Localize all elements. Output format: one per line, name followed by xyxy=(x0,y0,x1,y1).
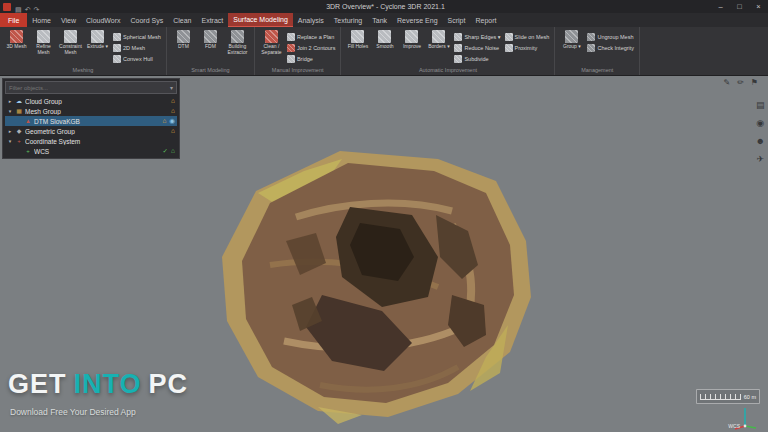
ribbon-button-clean-separate[interactable]: Clean / Separate xyxy=(258,29,285,56)
eye-icon[interactable]: ◉ xyxy=(169,118,175,125)
ribbon-button-reduce-noise[interactable]: Reduce Noise xyxy=(454,42,500,53)
tree-item-coordinate-system[interactable]: ▾+Coordinate System xyxy=(5,136,177,146)
tab-coord-sys[interactable]: Coord Sys xyxy=(126,13,169,27)
ribbon-group-label: Automatic Improvement xyxy=(341,66,554,75)
ribbon-button-fdm[interactable]: FDM xyxy=(197,29,224,50)
subdivide-icon xyxy=(454,55,462,63)
convex-hull-icon xyxy=(113,55,121,63)
ribbon-group-label: Manual Improvement xyxy=(255,66,341,75)
join-contours-icon xyxy=(287,44,295,52)
ribbon-button-extrude[interactable]: Extrude ▾ xyxy=(84,29,111,50)
tag-icon[interactable]: ⚑ xyxy=(751,79,758,87)
expander-icon[interactable]: ▾ xyxy=(7,138,13,144)
ungroup-mesh-icon xyxy=(587,33,595,41)
tab-cloudworx[interactable]: CloudWorx xyxy=(81,13,126,27)
ribbon-button-convex-hull[interactable]: Convex Hull xyxy=(113,53,161,64)
tree-item-mesh-group[interactable]: ▾▦Mesh Group⌂ xyxy=(5,106,177,116)
ribbon-button-check-integrity[interactable]: Check Integrity xyxy=(587,42,634,53)
annotation-toolbar: ✎✏⚑ xyxy=(723,79,758,87)
tree-item-cloud-group[interactable]: ▸☁Cloud Group⌂ xyxy=(5,96,177,106)
layers-icon[interactable]: ▤ xyxy=(756,101,765,110)
app-window: ▤↶↷ 3DR Overview* - Cyclone 3DR 2021.1 –… xyxy=(0,0,768,432)
maximize-button[interactable]: □ xyxy=(730,0,749,13)
ribbon-button-building-extractor[interactable]: Building Extractor xyxy=(224,29,251,56)
home-green-icon[interactable]: ⌂ xyxy=(171,148,175,155)
eye-icon[interactable]: ◉ xyxy=(756,119,764,128)
expander-icon[interactable]: ▾ xyxy=(7,108,13,114)
ribbon-button-borders[interactable]: Borders ▾ xyxy=(425,29,452,50)
tree-item-label: Geometric Group xyxy=(25,128,168,135)
ribbon-button-improve[interactable]: Improve xyxy=(398,29,425,50)
ribbon-group-automatic-improvement: Fill HolesSmoothImproveBorders ▾Sharp Ed… xyxy=(341,27,555,75)
home-icon[interactable]: ⌂ xyxy=(171,128,175,135)
tab-texturing[interactable]: Texturing xyxy=(329,13,367,27)
tab-tank[interactable]: Tank xyxy=(367,13,392,27)
sharp-edges-icon xyxy=(454,33,462,41)
tab-surface-modeling[interactable]: Surface Modeling xyxy=(228,13,292,27)
filter-objects-input[interactable] xyxy=(9,85,170,91)
quarry-mesh[interactable] xyxy=(200,145,570,432)
user-icon[interactable]: ☻ xyxy=(756,137,765,146)
tree-item-label: DTM SlovaKGB xyxy=(34,118,159,125)
ribbon-button-fill-holes[interactable]: Fill Holes xyxy=(344,29,371,50)
scale-label: 60 m xyxy=(744,394,756,400)
edit-icon[interactable]: ✏ xyxy=(737,79,744,87)
2d-mesh-icon xyxy=(113,44,121,52)
scale-widget: 60 m xyxy=(696,389,760,404)
close-button[interactable]: × xyxy=(749,0,768,13)
ribbon-button-constraint-mesh[interactable]: Constraint Mesh xyxy=(57,29,84,56)
ribbon-button-bridge[interactable]: Bridge xyxy=(287,53,336,64)
home-icon[interactable]: ⌂ xyxy=(171,98,175,105)
save-icon[interactable]: ▤ xyxy=(15,6,22,13)
tree-item-label: Mesh Group xyxy=(25,108,168,115)
tab-reverse-eng[interactable]: Reverse Eng xyxy=(392,13,442,27)
home-icon[interactable]: ⌂ xyxy=(171,108,175,115)
redo-icon[interactable]: ↷ xyxy=(34,6,40,13)
ribbon-button-ungroup-mesh[interactable]: Ungroup Mesh xyxy=(587,31,634,42)
tab-analysis[interactable]: Analysis xyxy=(293,13,329,27)
ribbon-button-smooth[interactable]: Smooth xyxy=(371,29,398,50)
ribbon-button-replace-a-plan[interactable]: Replace a Plan xyxy=(287,31,336,42)
tab-report[interactable]: Report xyxy=(470,13,501,27)
ribbon-button-dtm[interactable]: DTM xyxy=(170,29,197,50)
ribbon-button-sharp-edges[interactable]: Sharp Edges ▾ xyxy=(454,31,500,42)
fill-holes-icon xyxy=(351,30,364,43)
ribbon-button-proximity[interactable]: Proximity xyxy=(505,42,550,53)
tab-file[interactable]: File xyxy=(0,13,27,27)
ribbon-button-slide-on-mesh[interactable]: Slide on Mesh xyxy=(505,31,550,42)
check-icon[interactable]: ✓ xyxy=(163,148,168,155)
undo-icon[interactable]: ↶ xyxy=(25,6,31,13)
send-icon[interactable]: ✈ xyxy=(756,155,764,164)
ribbon-button-2d-mesh[interactable]: 2D Mesh xyxy=(113,42,161,53)
wcs-icon: + xyxy=(24,148,32,154)
ribbon-button-subdivide[interactable]: Subdivide xyxy=(454,53,500,64)
bridge-icon xyxy=(287,55,295,63)
expander-icon[interactable]: ▸ xyxy=(7,98,13,104)
tab-clean[interactable]: Clean xyxy=(168,13,196,27)
tab-view[interactable]: View xyxy=(56,13,81,27)
minimize-button[interactable]: – xyxy=(711,0,730,13)
tree-item-dtm-slovakgb[interactable]: ▲DTM SlovaKGB⌂◉ xyxy=(5,116,177,126)
ribbon-button-spherical-mesh[interactable]: Spherical Mesh xyxy=(113,31,161,42)
ribbon-button-join-2-contours[interactable]: Join 2 Contours xyxy=(287,42,336,53)
tree-item-geometric-group[interactable]: ▸◆Geometric Group⌂ xyxy=(5,126,177,136)
tab-home[interactable]: Home xyxy=(27,13,56,27)
tree-item-label: Coordinate System xyxy=(25,138,175,145)
check-integrity-icon xyxy=(587,44,595,52)
filter-dropdown-icon[interactable]: ▾ xyxy=(170,84,173,91)
home-icon[interactable]: ⌂ xyxy=(162,118,166,125)
attach-icon[interactable]: ✎ xyxy=(723,79,730,87)
object-tree-panel: ▾ ▸☁Cloud Group⌂▾▦Mesh Group⌂▲DTM SlovaK… xyxy=(2,78,180,159)
ribbon-button-group[interactable]: Group ▾ xyxy=(558,29,585,50)
ribbon-group-meshing: 3D MeshRefine MeshConstraint MeshExtrude… xyxy=(0,27,167,75)
tree-item-label: Cloud Group xyxy=(25,98,168,105)
ribbon-button-refine-mesh[interactable]: Refine Mesh xyxy=(30,29,57,56)
building-extractor-icon xyxy=(231,30,244,43)
ribbon-button-3d-mesh[interactable]: 3D Mesh xyxy=(3,29,30,50)
expander-icon[interactable]: ▸ xyxy=(7,128,13,134)
tab-script[interactable]: Script xyxy=(443,13,471,27)
tree-item-wcs[interactable]: +WCS✓⌂ xyxy=(5,146,177,156)
tree-item-label: WCS xyxy=(34,148,160,155)
tab-extract[interactable]: Extract xyxy=(197,13,229,27)
folder-icon: ▦ xyxy=(15,108,23,114)
